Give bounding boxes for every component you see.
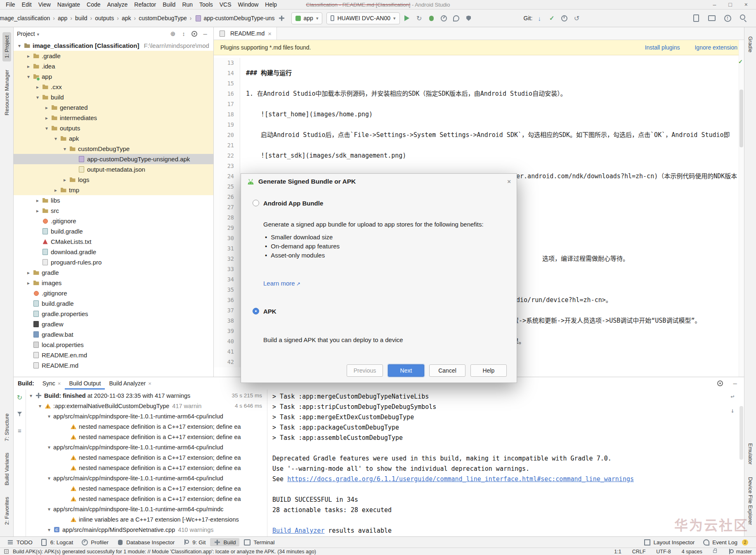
menu-item[interactable]: Refactor	[131, 0, 159, 9]
project-tree-item[interactable]: README.en.md	[14, 350, 213, 360]
project-tree-item[interactable]: logs	[14, 175, 213, 185]
build-tree-item[interactable]: nested namespace definition is a C++17 e…	[26, 463, 267, 473]
breadcrumb-item[interactable]: apk	[114, 15, 131, 21]
project-tree-item[interactable]: proguard-rules.pro	[14, 257, 213, 267]
project-tree-item[interactable]: .gitignore	[14, 216, 213, 226]
console-scrollbar[interactable]	[739, 406, 743, 460]
editor-line[interactable]: 20 启动Android Studio后，点击`File->Settings->…	[214, 130, 744, 140]
breadcrumb-item[interactable]: outputs	[87, 15, 114, 21]
project-tree-item[interactable]: .cxx	[14, 82, 213, 92]
build-tree-item[interactable]: nested namespace definition is a C++17 e…	[26, 483, 267, 494]
menu-item[interactable]: Navigate	[54, 0, 83, 9]
coverage-icon[interactable]	[463, 13, 474, 24]
tool-button-favorites[interactable]: 2: Favorites	[2, 494, 11, 528]
editor-line[interactable]: 22 ![start_sdk](images/sdk_management.pn…	[214, 151, 744, 161]
project-tree-item[interactable]: src	[14, 205, 213, 216]
menu-item[interactable]: Analyze	[104, 0, 131, 9]
editor-tab-readme[interactable]: README.md	[214, 27, 277, 40]
tool-button-structure[interactable]: 7: Structure	[2, 410, 11, 444]
tree-expand-icon[interactable]	[43, 105, 51, 111]
close-icon[interactable]	[744, 1, 748, 8]
status-widget[interactable]: 1:1	[614, 549, 621, 555]
scroll-end-icon[interactable]	[728, 406, 737, 415]
run-icon[interactable]	[402, 13, 412, 24]
tool-button-project[interactable]: 1: Project	[2, 32, 11, 61]
radio-selected-icon[interactable]	[253, 308, 259, 314]
project-tree-item[interactable]: .gitignore	[14, 288, 213, 298]
editor-line[interactable]: 14 ### 构建与运行	[214, 68, 744, 78]
menu-item[interactable]: Code	[83, 0, 104, 9]
editor-line[interactable]: 13	[214, 58, 744, 68]
build-tree-item[interactable]: app/src/main/cpp/MindSporeNetnative.cpp …	[26, 524, 267, 535]
tree-expand-icon[interactable]	[45, 527, 53, 533]
breadcrumb-item[interactable]: customDebugType	[131, 15, 187, 21]
project-tree-item[interactable]: libs	[14, 195, 213, 205]
tool-window-button[interactable]: 6: Logcat	[37, 538, 77, 546]
build-tab[interactable]: Build Output	[65, 377, 105, 390]
project-tree-item[interactable]: README.md	[14, 360, 213, 371]
build-tree-item[interactable]: nested namespace definition is a C++17 e…	[26, 432, 267, 442]
menu-item[interactable]: View	[35, 0, 54, 9]
breadcrumb-item[interactable]: app-customDebugType-uns	[187, 15, 275, 21]
editor-line[interactable]: 17	[214, 99, 744, 109]
tool-button-resource-manager[interactable]: Resource Manager	[2, 66, 11, 119]
attach-debugger-icon[interactable]	[451, 13, 462, 24]
editor-line[interactable]: 23	[214, 161, 744, 171]
tool-window-button[interactable]: Database Inspector	[113, 538, 178, 546]
inspection-status-icon[interactable]	[738, 59, 743, 65]
project-tree-item[interactable]: tmp	[14, 185, 213, 195]
project-tree-item[interactable]: build	[14, 92, 213, 102]
tree-expand-icon[interactable]	[24, 270, 33, 276]
tool-window-button[interactable]: Build	[210, 538, 239, 546]
tree-expand-icon[interactable]	[36, 403, 44, 409]
soft-wrap-icon[interactable]	[728, 392, 737, 401]
breadcrumb-item[interactable]: image_classification	[0, 15, 50, 21]
status-widget[interactable]: UTF-8	[656, 549, 671, 555]
debug-icon[interactable]	[426, 13, 437, 24]
editor-line[interactable]: 18 ![start_home](images/home.png)	[214, 109, 744, 120]
console-link[interactable]: https://docs.gradle.org/6.1.1/userguide/…	[287, 475, 634, 483]
dialog-close-icon[interactable]	[506, 177, 511, 186]
device-manager-icon[interactable]	[691, 13, 702, 24]
project-tree-item[interactable]: customDebugType	[14, 144, 213, 154]
radio-unselected-icon[interactable]	[253, 200, 259, 206]
git-branch-widget[interactable]: master	[728, 548, 752, 555]
menu-item[interactable]: Edit	[19, 0, 35, 9]
editor-line[interactable]: 15	[214, 78, 744, 89]
tab-close-icon[interactable]	[146, 380, 151, 387]
tool-button-build-variants[interactable]: Build Variants	[2, 449, 11, 489]
build-tree-item[interactable]: Build: finished at 2020-11-03 23:35 with…	[26, 390, 267, 401]
project-tree-item[interactable]: app-customDebugType-unsigned.apk	[14, 154, 213, 164]
build-tree-item[interactable]: :app:externalNativeBuildCustomDebugType …	[26, 401, 267, 411]
run-config-select[interactable]: app	[291, 12, 323, 24]
status-widget[interactable]: 4 spaces	[682, 549, 702, 555]
minimize-icon[interactable]	[713, 1, 716, 8]
build-tree-item[interactable]: nested namespace definition is a C++17 e…	[26, 452, 267, 463]
tree-expand-icon[interactable]	[15, 43, 24, 49]
editor-scrollbar[interactable]	[739, 40, 744, 377]
tool-window-button[interactable]: TODO	[3, 538, 36, 546]
history-icon[interactable]	[559, 13, 569, 24]
project-tree-item[interactable]: build.gradle	[14, 298, 213, 309]
project-tree-item[interactable]: gradle	[14, 267, 213, 278]
install-plugins-link[interactable]: Install plugins	[645, 44, 680, 51]
cancel-button[interactable]: Cancel	[429, 364, 465, 377]
status-widget[interactable]: CRLF	[632, 549, 646, 555]
update-project-icon[interactable]	[534, 13, 545, 24]
tree-expand-icon[interactable]	[24, 53, 33, 59]
tree-expand-icon[interactable]	[24, 280, 33, 286]
project-tree-item[interactable]: CMakeLists.txt	[14, 236, 213, 247]
project-tree-item[interactable]: outputs	[14, 123, 213, 133]
project-tree-item[interactable]: apk	[14, 133, 213, 144]
tree-expand-icon[interactable]	[52, 136, 60, 142]
apply-changes-icon[interactable]	[414, 13, 425, 24]
project-tree-item[interactable]: output-metadata.json	[14, 164, 213, 175]
tree-expand-icon[interactable]	[24, 74, 33, 80]
breadcrumb-item[interactable]: build	[67, 15, 87, 21]
collapse-all-icon[interactable]	[179, 29, 189, 38]
hide-icon[interactable]	[200, 29, 210, 38]
tree-expand-icon[interactable]	[33, 198, 42, 203]
build-tree-item[interactable]: inline variables are a C++17 extension […	[26, 514, 267, 524]
tab-close-icon[interactable]	[55, 380, 61, 387]
project-tree-item[interactable]: download.gradle	[14, 247, 213, 257]
